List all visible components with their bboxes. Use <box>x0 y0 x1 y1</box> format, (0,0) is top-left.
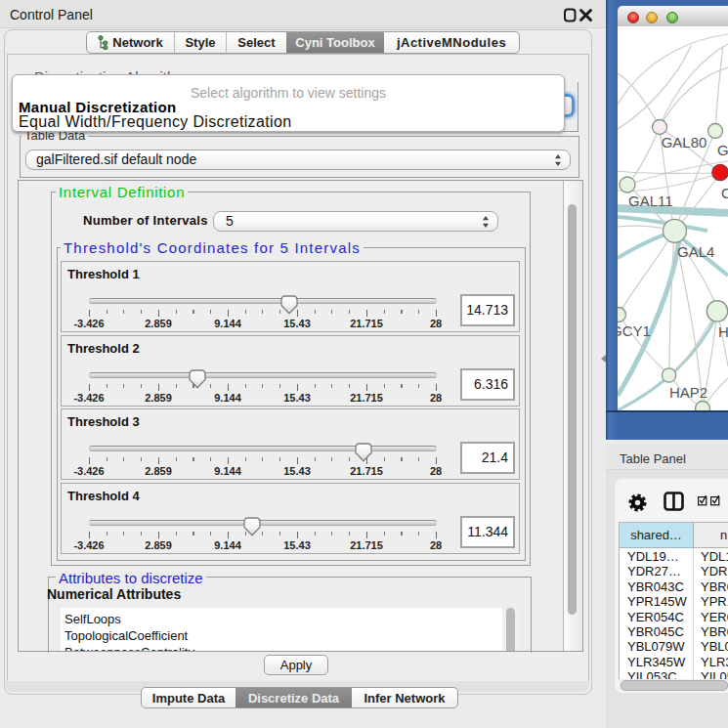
svg-text:G.: G. <box>717 142 728 158</box>
svg-text:C: C <box>721 185 728 201</box>
svg-text:GCY1: GCY1 <box>618 322 651 339</box>
svg-text:H: H <box>718 323 728 340</box>
svg-text:GAL4: GAL4 <box>677 243 714 260</box>
svg-text:GAL11: GAL11 <box>628 193 673 209</box>
svg-text:HAP2: HAP2 <box>669 384 707 401</box>
svg-text:GAL80: GAL80 <box>662 134 707 150</box>
